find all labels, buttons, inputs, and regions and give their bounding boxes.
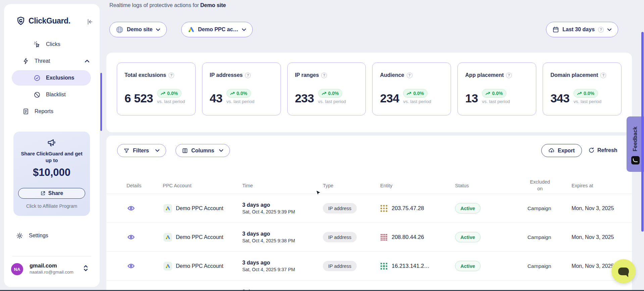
page-subtitle: Realtime logs of protective actions forD… <box>109 2 226 8</box>
expires-at-value: Mon, Nov 3, 2025 <box>572 205 614 211</box>
share-button[interactable]: Share <box>18 188 85 199</box>
brand-name: ClickGuard. <box>29 16 70 26</box>
sidebar-collapse-icon[interactable] <box>86 17 94 26</box>
refresh-icon <box>588 147 595 153</box>
time-cell: 3 days ago Sat, Oct 4, 2025 9:38 PM <box>242 223 295 251</box>
stat-value: 6 523 <box>125 92 153 104</box>
chevron-down-icon <box>607 28 612 31</box>
chevron-down-icon <box>219 149 224 152</box>
ip-identicon <box>380 234 388 241</box>
type-badge: IP address <box>323 203 357 213</box>
account-switcher-icon[interactable] <box>83 264 88 272</box>
entity-cell: 203.75.47.28 <box>380 194 424 223</box>
delta-badge: 0.0% <box>482 89 506 98</box>
time-cell: 3 days ago Sat, Oct 4, 2025 9:37 PM <box>242 252 295 280</box>
stat-value: 234 <box>380 92 399 104</box>
help-icon[interactable]: ? <box>245 72 251 78</box>
sidebar-item-reports[interactable]: Reports <box>22 106 53 116</box>
stat-value: 233 <box>295 92 314 104</box>
external-link-icon <box>40 191 46 196</box>
chevron-down-icon <box>156 28 160 31</box>
globe-icon <box>116 26 123 34</box>
col-type: Type <box>323 177 333 194</box>
stat-card-ip-addresses: IP addresses? 43 0.0% vs. last period <box>202 62 281 115</box>
ppc-account-cell: Demo PPC Account <box>163 252 223 280</box>
exclusions-table-panel: Filters Columns Export Refresh <box>106 136 632 291</box>
col-time: Time <box>242 177 253 194</box>
help-icon[interactable]: ? <box>506 72 512 78</box>
eye-icon[interactable] <box>127 204 135 212</box>
sidebar-item-threat[interactable]: Threat <box>22 56 90 66</box>
feedback-logo-icon <box>631 156 640 164</box>
trend-up-icon <box>322 92 327 95</box>
gear-icon <box>16 232 23 239</box>
affiliate-promo-card: Share ClickGuard and get up to $10,000 S… <box>13 132 90 216</box>
cloud-download-icon <box>548 147 555 154</box>
click-cursor-icon <box>34 41 41 48</box>
columns-button[interactable]: Columns <box>176 144 230 157</box>
sidebar-item-settings[interactable]: Settings <box>16 231 48 241</box>
ppc-account-cell: Demo PPC Account <box>163 194 223 223</box>
delta-badge: 0.0% <box>227 89 251 98</box>
table-row: Demo PPC Account 3 days ago Sat, Oct 4, … <box>106 223 632 252</box>
eye-icon[interactable] <box>127 262 135 270</box>
sidebar-item-exclusions[interactable]: Exclusions <box>34 73 74 83</box>
help-icon[interactable]: ? <box>600 72 606 78</box>
eye-icon[interactable] <box>127 233 135 241</box>
status-badge: Active <box>455 261 481 271</box>
help-icon[interactable]: ? <box>598 27 604 33</box>
page-scrollbar[interactable] <box>641 32 644 232</box>
stat-card-app-placement: App placement? 13 0.0% vs. last period <box>457 62 536 115</box>
chat-launcher-button[interactable] <box>611 259 636 283</box>
promo-headline: Share ClickGuard and get up to <box>18 150 85 164</box>
table-row: Demo PPC Account 3 days ago Sat, Oct 4, … <box>106 252 632 281</box>
time-cell: 3 days ago <box>242 281 270 291</box>
export-button[interactable]: Export <box>541 144 582 157</box>
col-ppc-account: PPC Account <box>163 177 191 194</box>
chevron-down-icon <box>155 149 160 152</box>
sidebar-item-blacklist[interactable]: Blacklist <box>34 90 66 100</box>
stat-value: 13 <box>465 92 478 104</box>
type-badge: IP address <box>323 232 357 242</box>
account-email: naatali.ro@gmail.com <box>30 270 73 275</box>
excluded-on-value: Campaign <box>528 205 551 211</box>
google-ads-icon <box>163 204 172 213</box>
site-selector[interactable]: Demo site <box>109 22 167 37</box>
col-status: Status <box>455 177 469 194</box>
date-range-selector[interactable]: Last 30 days ? <box>546 22 618 37</box>
delta-badge: 0.0% <box>574 89 598 98</box>
help-icon[interactable]: ? <box>168 72 174 78</box>
filters-button[interactable]: Filters <box>117 144 166 157</box>
ppc-account-selector[interactable]: Demo PPC ac… <box>181 22 253 37</box>
trend-up-icon <box>161 92 165 95</box>
help-icon[interactable]: ? <box>407 72 412 78</box>
divider <box>12 256 91 256</box>
col-entity: Entity <box>380 177 392 194</box>
clickguard-logo-icon <box>16 16 26 26</box>
status-badge: Active <box>455 203 481 213</box>
document-icon <box>22 108 29 115</box>
stat-value: 43 <box>210 92 222 104</box>
calendar-icon <box>552 26 559 33</box>
refresh-button[interactable]: Refresh <box>588 147 617 153</box>
ip-identicon <box>380 262 388 270</box>
col-details: Details <box>127 177 141 194</box>
table-row-partial: 3 days ago <box>106 281 632 291</box>
chat-bubble-icon <box>618 268 629 275</box>
subtitle-site-name: Demo site <box>200 2 226 8</box>
expires-at-value: Mon, Nov 3, 2025 <box>572 234 614 240</box>
excluded-on-value: Campaign <box>528 263 551 269</box>
stat-card-domain-placement: Domain placement? 343 0.0% vs. last peri… <box>543 62 622 115</box>
megaphone-icon <box>47 138 57 148</box>
sidebar-item-clicks[interactable]: Clicks <box>34 39 60 49</box>
time-cell: 3 days ago Sat, Oct 4, 2025 9:39 PM <box>242 194 295 223</box>
affiliate-link[interactable]: Click to Affiliate Program <box>13 203 90 209</box>
excluded-on-value: Campaign <box>528 234 551 240</box>
trend-up-icon <box>407 92 411 95</box>
stat-card-total-exclusions: Total exclusions? 6 523 0.0% vs. last pe… <box>117 62 196 115</box>
help-icon[interactable]: ? <box>321 72 327 78</box>
stat-card-ip-ranges: IP ranges? 233 0.0% vs. last period <box>287 62 366 115</box>
sidebar-scrollbar[interactable] <box>100 73 102 131</box>
avatar[interactable]: NA <box>11 263 23 275</box>
type-badge: IP address <box>323 261 357 271</box>
